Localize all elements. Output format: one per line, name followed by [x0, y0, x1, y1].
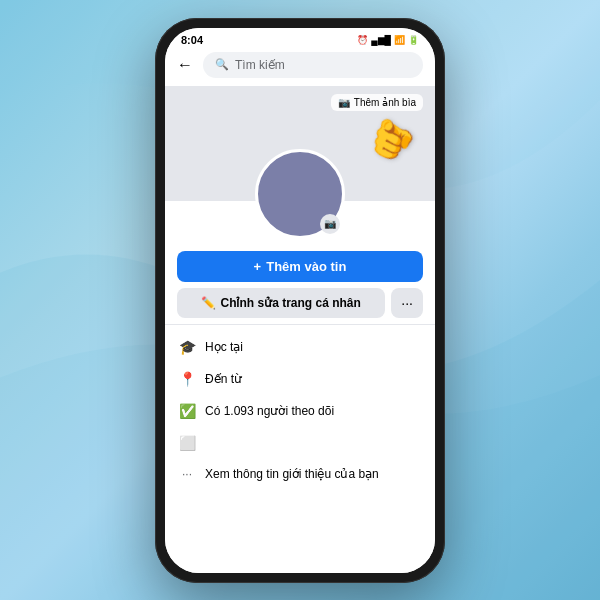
see-more-row[interactable]: ··· Xem thông tin giới thiệu của bạn [177, 459, 423, 489]
alarm-icon: ⏰ [357, 35, 368, 45]
phone-frame: 8:04 ⏰ ▄▆█ 📶 🔋 ← 🔍 Tìm kiếm 📷 Thêm ảnh b… [155, 18, 445, 583]
followers-icon: ✅ [177, 403, 197, 419]
info-section: 🎓 Học tại 📍 Đến từ ✅ Có 1.093 người theo… [165, 324, 435, 495]
finger-icon: 🫵 [362, 110, 421, 166]
edit-more-row: ✏️ Chỉnh sửa trang cá nhân ··· [177, 288, 423, 318]
profile-avatar[interactable]: 📷 [255, 149, 345, 239]
followers-text: Có 1.093 người theo dõi [205, 404, 334, 418]
finger-cursor-overlay: 🫵 [362, 109, 421, 166]
search-icon: 🔍 [215, 58, 229, 71]
status-icons: ⏰ ▄▆█ 📶 🔋 [357, 35, 419, 45]
info-followers: ✅ Có 1.093 người theo dõi [177, 395, 423, 427]
phone-screen: 8:04 ⏰ ▄▆█ 📶 🔋 ← 🔍 Tìm kiếm 📷 Thêm ảnh b… [165, 28, 435, 573]
camera-icon: 📷 [338, 97, 350, 108]
status-bar: 8:04 ⏰ ▄▆█ 📶 🔋 [165, 28, 435, 48]
see-more-text: Xem thông tin giới thiệu của bạn [205, 467, 379, 481]
search-input-wrap[interactable]: 🔍 Tìm kiếm [203, 52, 423, 78]
camera-small-icon: 📷 [324, 218, 336, 229]
add-story-label: Thêm vào tin [266, 259, 346, 274]
search-input[interactable]: Tìm kiếm [235, 58, 285, 72]
location-text: Đến từ [205, 372, 242, 386]
edit-profile-label: Chỉnh sửa trang cá nhân [220, 296, 360, 310]
pencil-icon: ✏️ [201, 296, 216, 310]
edit-avatar-button[interactable]: 📷 [320, 214, 340, 234]
more-dots-icon: ··· [401, 295, 413, 311]
more-options-button[interactable]: ··· [391, 288, 423, 318]
edit-profile-button[interactable]: ✏️ Chỉnh sửa trang cá nhân [177, 288, 385, 318]
back-button[interactable]: ← [177, 56, 193, 74]
action-buttons: + Thêm vào tin ✏️ Chỉnh sửa trang cá nhâ… [165, 243, 435, 324]
info-school: 🎓 Học tại [177, 331, 423, 363]
plus-icon: + [254, 259, 262, 274]
content-area: + Thêm vào tin ✏️ Chỉnh sửa trang cá nhâ… [165, 201, 435, 573]
cover-area: 📷 Thêm ảnh bìa 📷 🫵 [165, 86, 435, 201]
profile-pic-wrap: 📷 [255, 149, 345, 239]
wifi-icon: 📶 [394, 35, 405, 45]
info-instagram: ⬜ [177, 427, 423, 459]
battery-icon: 🔋 [408, 35, 419, 45]
add-cover-label: Thêm ảnh bìa [354, 97, 416, 108]
search-bar: ← 🔍 Tìm kiếm [165, 48, 435, 86]
info-location: 📍 Đến từ [177, 363, 423, 395]
location-icon: 📍 [177, 371, 197, 387]
status-time: 8:04 [181, 34, 203, 46]
school-text: Học tại [205, 340, 243, 354]
instagram-icon: ⬜ [177, 435, 197, 451]
add-story-button[interactable]: + Thêm vào tin [177, 251, 423, 282]
add-cover-button[interactable]: 📷 Thêm ảnh bìa [331, 94, 423, 111]
school-icon: 🎓 [177, 339, 197, 355]
signal-icon: ▄▆█ [371, 35, 391, 45]
see-more-dots-icon: ··· [177, 467, 197, 481]
